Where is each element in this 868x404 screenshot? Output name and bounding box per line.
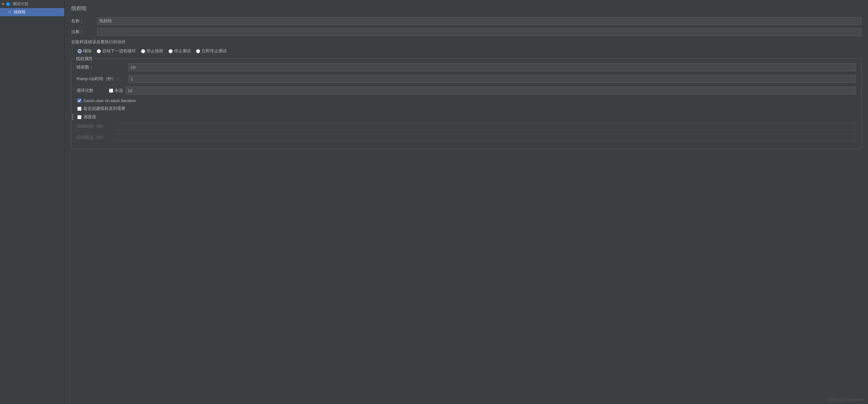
thread-count-row: 线程数： <box>76 63 856 71</box>
thread-count-input[interactable] <box>128 63 856 71</box>
sidebar: ▼ 🔷 测试计划 ⚙ 线程组 <box>0 0 65 404</box>
error-action-title: 在取样器错误后要执行的动作 <box>71 39 862 45</box>
startup-delay-input[interactable] <box>116 133 856 141</box>
radio-next-loop-label: 启动下一进程循环 <box>102 48 136 54</box>
scheduler-checkbox-row: 调度器 <box>76 114 96 120</box>
loop-label: 循环次数 <box>76 88 109 93</box>
delay-create-checkbox[interactable] <box>77 107 82 111</box>
radio-continue-input[interactable] <box>78 49 82 53</box>
radio-stop-thread[interactable]: 停止线程 <box>141 48 163 54</box>
same-user-label: Same user on each iteration <box>84 98 136 103</box>
name-row: 名称： <box>71 17 862 25</box>
same-user-checkbox[interactable] <box>77 99 82 103</box>
scheduler-checkbox[interactable] <box>77 115 82 119</box>
dots-row: 调度器 <box>76 114 856 120</box>
thread-properties-title: 线程属性 <box>75 56 94 62</box>
startup-delay-label: 启动延迟（秒） <box>76 134 116 140</box>
radio-continue[interactable]: 继续 <box>78 48 92 54</box>
rampup-label: Ramp-Up时间（秒）： <box>76 76 128 82</box>
test-plan-icon: 🔷 <box>6 2 11 6</box>
radio-stop-now-input[interactable] <box>196 49 200 53</box>
radio-continue-label: 继续 <box>83 48 92 54</box>
thread-count-label: 线程数： <box>76 64 128 70</box>
forever-wrap: 永远 <box>109 88 123 93</box>
radio-stop-thread-label: 停止线程 <box>147 48 163 54</box>
forever-label: 永远 <box>115 88 123 93</box>
comment-input[interactable] <box>97 28 862 36</box>
same-user-row: Same user on each iteration <box>76 98 856 103</box>
main-content: 线程组 名称： 注释： 在取样器错误后要执行的动作 继续 启动下一进程循环 停止… <box>65 0 868 404</box>
dot3 <box>72 119 73 120</box>
sidebar-thread-group-label: 线程组 <box>14 9 26 15</box>
forever-checkbox[interactable] <box>109 89 113 93</box>
duration-row: 持续时间（秒） <box>76 123 856 130</box>
scheduler-section: 持续时间（秒） 启动延迟（秒） <box>76 123 856 141</box>
tree-arrow-icon: ▼ <box>1 2 4 6</box>
radio-stop-test[interactable]: 停止测试 <box>168 48 191 54</box>
radio-stop-test-input[interactable] <box>168 49 173 53</box>
watermark: CSDN @TestingShare <box>829 398 864 401</box>
radio-stop-thread-input[interactable] <box>141 49 145 53</box>
startup-delay-row: 启动延迟（秒） <box>76 133 856 141</box>
loop-row: 循环次数 永远 <box>76 87 856 94</box>
loop-count-input[interactable] <box>125 87 856 94</box>
sidebar-item-test-plan[interactable]: ▼ 🔷 测试计划 <box>0 0 64 8</box>
radio-next-loop-input[interactable] <box>97 49 101 53</box>
radio-stop-now-label: 立即停止测试 <box>202 48 227 54</box>
gear-icon: ⚙ <box>8 10 12 15</box>
duration-input[interactable] <box>116 123 856 130</box>
rampup-row: Ramp-Up时间（秒）： <box>76 75 856 83</box>
comment-row: 注释： <box>71 28 862 36</box>
three-dots-indicator <box>72 114 73 120</box>
sidebar-item-thread-group[interactable]: ⚙ 线程组 <box>0 8 64 16</box>
radio-next-loop[interactable]: 启动下一进程循环 <box>97 48 136 54</box>
name-input[interactable] <box>97 17 862 25</box>
sidebar-test-plan-label: 测试计划 <box>12 1 28 7</box>
dot2 <box>72 116 73 117</box>
rampup-input[interactable] <box>128 75 856 83</box>
scheduler-label: 调度器 <box>84 114 96 120</box>
delay-create-label: 延迟创建线程直到需要 <box>84 106 125 111</box>
radio-stop-test-label: 停止测试 <box>174 48 191 54</box>
dot1 <box>72 114 73 115</box>
thread-properties-section: 线程属性 线程数： Ramp-Up时间（秒）： 循环次数 永远 <box>71 59 862 149</box>
error-action-radio-group: 继续 启动下一进程循环 停止线程 停止测试 立即停止测试 <box>71 48 862 54</box>
delay-create-row: 延迟创建线程直到需要 <box>76 106 856 111</box>
name-label: 名称： <box>71 18 97 24</box>
comment-label: 注释： <box>71 29 97 35</box>
page-title: 线程组 <box>71 5 862 12</box>
duration-label: 持续时间（秒） <box>76 124 116 129</box>
radio-stop-now[interactable]: 立即停止测试 <box>196 48 227 54</box>
